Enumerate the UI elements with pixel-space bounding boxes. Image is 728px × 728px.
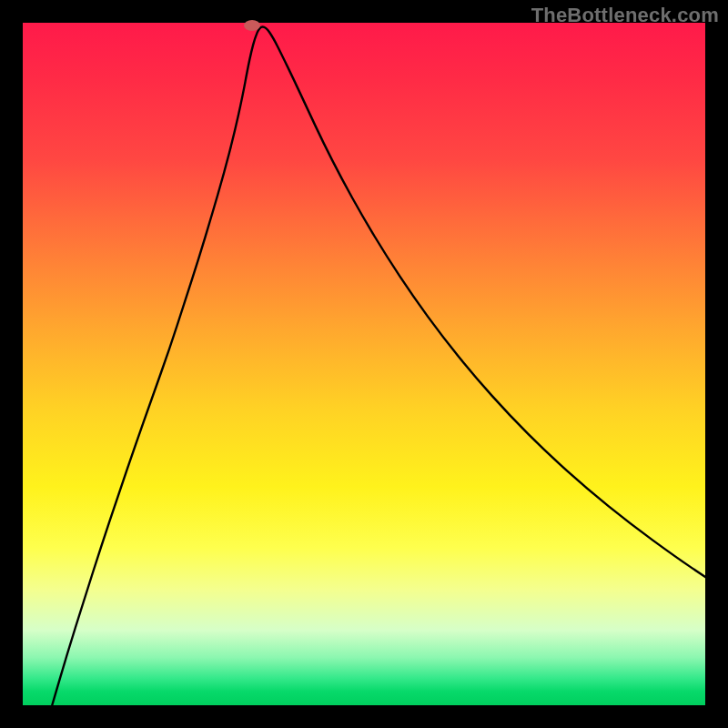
bottleneck-curve	[52, 27, 705, 706]
chart-root: { "watermark": "TheBottleneck.com", "col…	[0, 0, 728, 728]
curve-layer	[23, 23, 705, 705]
optimal-point-marker	[244, 20, 260, 31]
plot-area	[23, 23, 705, 705]
